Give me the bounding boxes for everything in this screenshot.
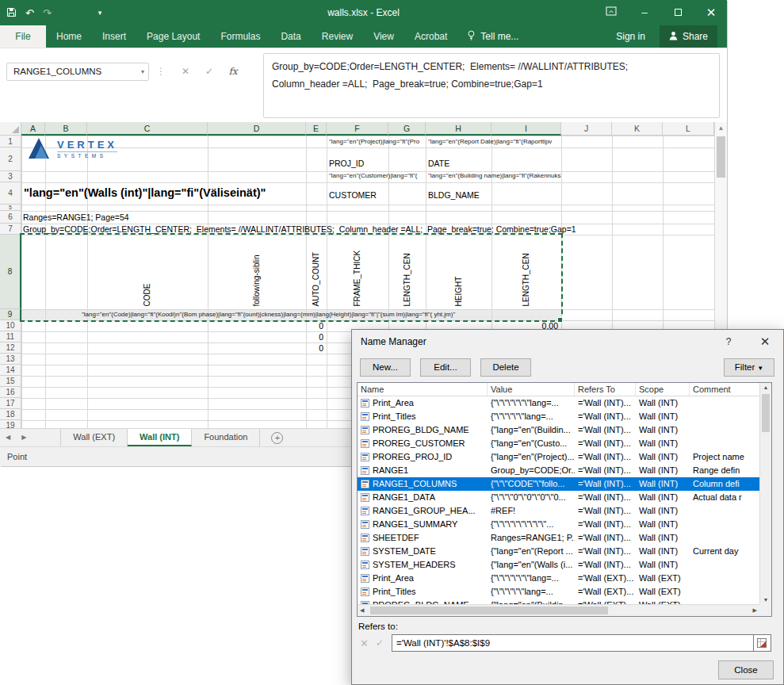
row-header-17[interactable]: 17 bbox=[0, 398, 21, 409]
select-all-corner[interactable] bbox=[0, 122, 21, 136]
ribbon-tab-formulas[interactable]: Formulas bbox=[210, 25, 270, 48]
table-vertical-scrollbar[interactable]: ▲ ▼ bbox=[759, 383, 771, 604]
table-horizontal-scrollbar[interactable]: ◀ ▶ bbox=[358, 604, 759, 616]
row-header-12[interactable]: 12 bbox=[0, 342, 21, 354]
tell-me[interactable]: Tell me... bbox=[467, 25, 518, 48]
filter-button[interactable]: Filter▼ bbox=[724, 358, 774, 377]
sheet-nav-left-icon[interactable]: ◀ bbox=[0, 429, 16, 446]
cell-F1[interactable]: "lang="en"(Project)|lang="fi"(Pro bbox=[329, 138, 427, 145]
row-header-9[interactable]: 9 bbox=[0, 309, 21, 320]
row-header-10[interactable]: 10 bbox=[0, 320, 21, 331]
edit-button[interactable]: Edit... bbox=[420, 358, 471, 377]
collapse-dialog-button[interactable] bbox=[754, 634, 771, 652]
name-row[interactable]: PROREG_BLDG_NAME{"lang="en"(Buildin...='… bbox=[358, 599, 759, 604]
name-row[interactable]: SYSTEM_HEADERS{"lang="en"(Walls (i...='W… bbox=[358, 558, 759, 572]
row-header-2[interactable]: 2 bbox=[0, 147, 21, 171]
column-header-h[interactable]: H bbox=[426, 122, 491, 136]
row-header-14[interactable]: 14 bbox=[0, 365, 21, 376]
scroll-left-icon[interactable]: ◀ bbox=[360, 605, 364, 616]
cell-F2[interactable]: PROJ_ID bbox=[329, 159, 392, 168]
add-sheet-button[interactable]: + bbox=[271, 432, 283, 444]
name-row[interactable]: PROREG_BLDG_NAME{"lang="en"(Buildin...='… bbox=[358, 423, 759, 437]
column-header-g[interactable]: G bbox=[388, 122, 426, 136]
scrollbar-thumb[interactable] bbox=[370, 607, 608, 614]
column-header-f[interactable]: F bbox=[327, 122, 388, 136]
column-header-j[interactable]: J bbox=[561, 122, 612, 136]
row-header-4[interactable]: 4 bbox=[0, 182, 21, 205]
column-header-k[interactable]: K bbox=[612, 122, 663, 136]
table-column-header-name[interactable]: Name bbox=[358, 383, 488, 396]
ribbon-tab-acrobat[interactable]: Acrobat bbox=[404, 25, 457, 48]
cell-A4[interactable]: "lang="en"(Walls (int)"|lang="fi"(Välise… bbox=[24, 186, 317, 199]
scrollbar-thumb[interactable] bbox=[717, 136, 725, 178]
scroll-up-icon[interactable]: ▲ bbox=[760, 385, 771, 390]
scroll-down-icon[interactable]: ▼ bbox=[760, 597, 771, 603]
customize-qat-icon[interactable]: ▾ bbox=[98, 10, 102, 17]
name-row[interactable]: SYSTEM_DATE{"lang="en"(Report ...='Wall … bbox=[358, 545, 759, 558]
row-header-5[interactable]: 5 bbox=[0, 205, 21, 211]
tab-file[interactable]: File bbox=[0, 25, 46, 48]
row-header-7[interactable]: 7 bbox=[0, 224, 21, 235]
table-column-header-comment[interactable]: Comment bbox=[690, 383, 761, 396]
scroll-right-icon[interactable]: ▶ bbox=[753, 605, 757, 616]
row-header-6[interactable]: 6 bbox=[0, 211, 21, 224]
row-header-18[interactable]: 18 bbox=[0, 409, 21, 420]
cell-H1[interactable]: "lang="en"(Report Date)|lang="fi"(Raport… bbox=[428, 138, 561, 145]
name-row[interactable]: SHEETDEFRanges=RANGE1; P...='Wall (INT).… bbox=[358, 531, 759, 545]
name-row[interactable]: RANGE1_COLUMNS{"\"\"CODE"\"follo...='Wal… bbox=[358, 477, 759, 491]
name-row[interactable]: PROREG_PROJ_ID{"lang="en"(Project)...='W… bbox=[358, 450, 759, 464]
chevron-down-icon[interactable]: ▾ bbox=[141, 63, 144, 80]
cell-E12[interactable]: 0 bbox=[306, 343, 323, 353]
name-box[interactable]: RANGE1_COLUMNS ▾ bbox=[6, 63, 149, 81]
name-row[interactable]: RANGE1Group_by=CODE;Or...='Wall (INT)...… bbox=[358, 464, 759, 477]
sign-in[interactable]: Sign in bbox=[616, 25, 645, 48]
formula-input[interactable]: Group_by=CODE;Order=LENGTH_CENTER; Eleme… bbox=[263, 53, 720, 118]
cell-E10[interactable]: 0 bbox=[306, 321, 323, 331]
table-column-header-scope[interactable]: Scope bbox=[636, 383, 690, 396]
formula-bar-handle[interactable]: ⋮ bbox=[156, 66, 166, 77]
sheet-tab-foundation[interactable]: Foundation bbox=[192, 429, 260, 446]
cell-F4[interactable]: CUSTOMER bbox=[329, 190, 400, 200]
refers-to-input[interactable]: ='Wall (INT)'!$A$8:$I$9 bbox=[392, 634, 754, 652]
scroll-up-icon[interactable]: ▲ bbox=[715, 124, 727, 132]
cell-H3[interactable]: "lang="en"(Building name)|lang="fi"(Rake… bbox=[428, 172, 561, 179]
name-row[interactable]: PROREG_CUSTOMER{"lang="en"(Custo...='Wal… bbox=[358, 437, 759, 450]
sheet-nav-right-icon[interactable]: ▶ bbox=[16, 429, 32, 446]
ribbon-tab-data[interactable]: Data bbox=[270, 25, 311, 48]
close-button[interactable]: Close bbox=[718, 660, 774, 679]
fill-handle[interactable] bbox=[557, 317, 563, 323]
name-row[interactable]: RANGE1_DATA{"\"\"\"0"\"0"\"0"\"0...='Wal… bbox=[358, 491, 759, 504]
name-row[interactable]: Print_Area{"\"\"\"\"\"\"lang=...='Wall (… bbox=[358, 572, 759, 585]
close-icon[interactable]: ✕ bbox=[700, 0, 722, 25]
column-header-l[interactable]: L bbox=[663, 122, 714, 136]
help-icon[interactable]: ? bbox=[713, 331, 744, 353]
row-header-11[interactable]: 11 bbox=[0, 331, 21, 342]
cell-F3[interactable]: "lang="en"(Customer)|lang="fi"( bbox=[329, 172, 427, 179]
row-header-15[interactable]: 15 bbox=[0, 376, 21, 387]
row-header-1[interactable]: 1 bbox=[0, 136, 21, 147]
column-header-a[interactable]: A bbox=[21, 122, 45, 136]
ribbon-tab-view[interactable]: View bbox=[363, 25, 404, 48]
name-row[interactable]: RANGE1_GROUP_HEA...#REF!='Wall (INT)...W… bbox=[358, 504, 759, 518]
sheet-tab-wall-int[interactable]: Wall (INT) bbox=[128, 429, 192, 446]
row-header-8[interactable]: 8 bbox=[0, 235, 21, 309]
dialog-close-icon[interactable]: ✕ bbox=[748, 331, 782, 353]
cell-H2[interactable]: DATE bbox=[428, 159, 491, 168]
sheet-tab-wall-ext[interactable]: Wall (EXT) bbox=[60, 429, 128, 446]
redo-icon[interactable]: ↷ bbox=[43, 8, 52, 18]
undo-icon[interactable]: ↶ bbox=[25, 8, 34, 18]
ribbon-display-options-icon[interactable] bbox=[600, 0, 622, 25]
scrollbar-thumb[interactable] bbox=[762, 394, 770, 432]
table-column-header-refers-to[interactable]: Refers To bbox=[575, 383, 636, 396]
name-row[interactable]: Print_Titles{"\"\"\"\"\"lang=...='Wall (… bbox=[358, 410, 759, 423]
new-button[interactable]: New... bbox=[360, 358, 411, 377]
row-header-13[interactable]: 13 bbox=[0, 354, 21, 365]
share-button[interactable]: Share bbox=[660, 25, 717, 48]
column-header-i[interactable]: I bbox=[491, 122, 561, 136]
name-row[interactable]: Print_Area{"\"\"\"\"\"\"lang=...='Wall (… bbox=[358, 396, 759, 410]
ribbon-tab-insert[interactable]: Insert bbox=[92, 25, 136, 48]
cell-E11[interactable]: 0 bbox=[306, 332, 323, 342]
column-header-b[interactable]: B bbox=[45, 122, 87, 136]
delete-button[interactable]: Delete bbox=[480, 358, 531, 377]
save-icon[interactable] bbox=[6, 7, 17, 19]
